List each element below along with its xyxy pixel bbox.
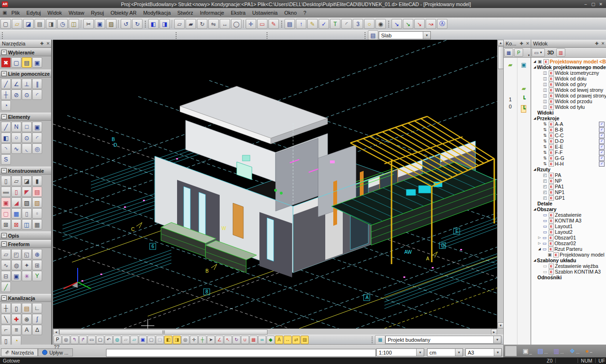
polygon-flag-icon[interactable]: ◧ <box>1 133 11 143</box>
section-header-kanalizacja[interactable]: −Kanalizacja <box>0 294 51 302</box>
expander-expanded-icon[interactable]: ◢ <box>533 65 537 69</box>
freeform-blob-icon[interactable]: ◍ <box>11 260 21 270</box>
fit-screen-icon[interactable]: ◧ <box>148 19 159 29</box>
grid-tool-icon[interactable]: ▦ <box>11 208 21 219</box>
new-file-icon[interactable]: ▢ <box>0 19 11 29</box>
solid-view-icon[interactable]: ▣ <box>139 336 147 344</box>
tree-item[interactable]: Widoki <box>531 110 606 115</box>
wire-view-icon[interactable]: ▢ <box>147 336 155 344</box>
helpline-diagonal-icon[interactable]: ╱ <box>1 79 11 89</box>
redo-icon[interactable]: ↻ <box>132 19 143 29</box>
unit-combo-dropdown-icon[interactable]: ▼ <box>455 349 463 356</box>
axis-snap-icon[interactable]: ┼ <box>198 336 206 344</box>
window-tool-icon[interactable]: ▤ <box>32 186 42 197</box>
calculator-icon[interactable]: ▦ <box>32 219 42 230</box>
freeform-rotate-icon[interactable]: ⊕ <box>32 249 42 259</box>
tree-item[interactable]: ◫EWidok od tyłu <box>531 104 606 110</box>
shaded-view-icon[interactable]: ▱ <box>130 336 138 344</box>
unit-combo[interactable]: cm ▼ <box>427 348 463 356</box>
helpline-angle-icon[interactable]: ∠ <box>11 79 21 89</box>
tree-item[interactable]: ▣EProjektowany model <box>531 252 606 257</box>
measure-icon[interactable]: ✛ <box>246 19 256 29</box>
tree-item[interactable]: ◰EPA <box>531 172 606 178</box>
polyline-icon[interactable]: N <box>11 122 21 132</box>
minimize-button[interactable]: – <box>582 2 589 7</box>
mirror-object-icon[interactable]: ⇋ <box>208 19 219 29</box>
tree-item[interactable]: ◰ENP <box>531 178 606 184</box>
tree-item[interactable]: ▭ELayout1 <box>531 223 606 229</box>
freeform-slope-icon[interactable]: ╱ <box>1 282 11 292</box>
storey-number[interactable]: 1 <box>509 97 512 102</box>
slab-tool-icon[interactable]: ▱ <box>11 176 21 186</box>
scale-combo-dropdown-icon[interactable]: ▼ <box>416 349 424 356</box>
menu-ustawienia[interactable]: Ustawienia <box>249 10 281 16</box>
model-tray-icon[interactable]: ▣_ <box>523 347 532 355</box>
circle-icon[interactable]: ○ <box>11 133 21 143</box>
freeform-add-icon[interactable]: ⊞ <box>32 260 42 270</box>
collapse-icon[interactable]: − <box>1 233 7 238</box>
paper-combo[interactable]: A3 ▼ <box>465 348 502 356</box>
pipe-delta-icon[interactable]: ∆ <box>32 325 42 335</box>
section-header-opis[interactable]: −Opis <box>0 231 51 240</box>
storey-slab-icon[interactable]: ▰ <box>522 85 526 92</box>
print-icon[interactable]: ▤ <box>35 19 45 29</box>
toolbar-grip[interactable] <box>364 32 366 39</box>
section-header-elementy[interactable]: −Elementy <box>0 113 51 121</box>
toolbar-grip[interactable] <box>388 20 390 28</box>
sync-tray-icon[interactable]: ❖... <box>570 347 579 355</box>
select-layer-icon[interactable]: ▤ <box>22 57 32 68</box>
helpline-cross-icon[interactable]: ┼ <box>1 89 11 100</box>
param-check-icon[interactable]: ✓ <box>319 19 329 29</box>
tree-item[interactable]: Odnośniki <box>531 275 606 280</box>
scale-combo[interactable]: 1:100 ▼ <box>376 348 424 356</box>
camera-b-icon[interactable]: ◨ <box>173 336 181 344</box>
export-point-icon[interactable]: ↘ <box>414 19 425 29</box>
freeform-subtract-icon[interactable]: ⊟ <box>1 271 11 281</box>
tree-item[interactable]: ◫EWidok od lewej strony <box>531 87 606 93</box>
open-file-icon[interactable]: ▱ <box>12 19 22 29</box>
ghost-view-icon[interactable]: ▢ <box>156 336 164 344</box>
expander-expanded-icon[interactable]: ◢ <box>533 116 537 120</box>
room-tool-icon[interactable]: ▢ <box>1 208 11 219</box>
close-button[interactable]: ✕ <box>597 2 605 7</box>
close-icon[interactable]: ✕ <box>45 41 51 46</box>
plot-mode-icon[interactable]: P <box>53 336 62 344</box>
chain-icon[interactable]: ∞ <box>258 336 266 344</box>
storey-param-icon[interactable]: P <box>514 48 523 57</box>
pipe-bend-icon[interactable]: ∟ <box>32 303 42 313</box>
section-visible-icon[interactable]: ✓ <box>599 139 605 144</box>
beam-tool-icon[interactable]: ▬ <box>1 186 11 197</box>
tree-item[interactable]: ▷▭EObszar01 <box>531 235 606 240</box>
close-icon[interactable]: ✕ <box>525 41 531 46</box>
arc-3pt-icon[interactable]: ◝ <box>1 143 11 154</box>
copy-icon[interactable]: ▣ <box>95 19 105 29</box>
project-combo-dropdown-icon[interactable]: ▼ <box>493 336 501 343</box>
tree-item[interactable]: ▭ELayout2 <box>531 229 606 235</box>
menu-informacje[interactable]: Informacje <box>196 10 227 16</box>
line-icon[interactable]: ╱ <box>1 122 11 132</box>
project-combo[interactable]: Projekt budowlany ▼ <box>385 336 501 344</box>
tree-item[interactable]: ▭EKONTIM A3 <box>531 218 606 223</box>
zoom-frame-icon[interactable]: ▢ <box>96 336 104 344</box>
curve-icon[interactable]: ∿ <box>11 143 21 154</box>
paper-combo-dropdown-icon[interactable]: ▼ <box>494 349 501 356</box>
rectangle-icon[interactable]: □ <box>22 122 32 132</box>
move-origin-icon[interactable]: ↖ <box>224 336 232 344</box>
section-header-wybieranie[interactable]: −Wybieranie <box>0 48 51 56</box>
hidden-line-icon[interactable]: ▱ <box>122 336 130 344</box>
pipe-lines-icon[interactable]: ≡ <box>11 325 21 335</box>
section-visible-icon[interactable]: ✓ <box>599 161 605 167</box>
tree-item[interactable]: ◢▣EProjektowany model <BUD <box>531 59 606 64</box>
zoom-window-icon[interactable]: ▭ <box>88 336 96 344</box>
storey-grid-icon[interactable]: ▦ <box>504 48 513 57</box>
param-export-icon[interactable]: ↘ <box>392 19 402 29</box>
spin-icon[interactable]: ↻ <box>232 336 241 344</box>
collapse-icon[interactable]: − <box>1 241 7 247</box>
tree-item[interactable]: ◰EPA1 <box>531 184 606 189</box>
stairs-icon[interactable]: ▨ <box>22 197 32 208</box>
tree-item[interactable]: ◢Przekroje <box>531 115 606 121</box>
paste-icon[interactable]: ▨ <box>106 19 116 29</box>
viewport-3d-canvas[interactable]: CBAW68AEDAWBD <box>53 40 497 328</box>
command-input[interactable] <box>106 349 376 357</box>
overflow-chevron-icon[interactable]: ▼ <box>527 54 530 57</box>
